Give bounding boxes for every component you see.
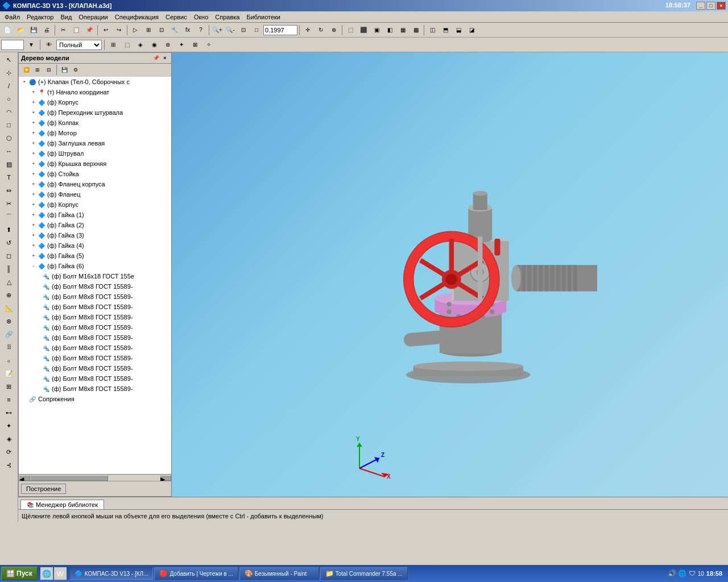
expand-2[interactable]: + <box>30 99 37 106</box>
build-button[interactable]: Построение <box>21 484 66 494</box>
tree-tb-expand[interactable]: ⊞ <box>32 65 43 74</box>
expand-14[interactable]: + <box>30 222 37 228</box>
tree-close-btn[interactable]: × <box>161 54 169 62</box>
left-tb-extra4[interactable]: ✦ <box>3 419 15 432</box>
task-add[interactable]: 🔴 Добавить | Чертежи в ... <box>154 567 238 580</box>
tb-open[interactable]: 📂 <box>14 24 27 36</box>
tb-copy[interactable]: 📋 <box>70 24 82 36</box>
tree-item-mates[interactable]: 🔗 Сопряжения <box>19 394 171 404</box>
quicklaunch-ie[interactable]: 🌐 <box>40 567 53 580</box>
tb-pan[interactable]: ✛ <box>301 24 314 36</box>
tb2-b7[interactable]: ⊠ <box>189 39 201 51</box>
menu-libraries[interactable]: Библиотеки <box>243 13 284 22</box>
scale-input[interactable]: 1.0 <box>1 40 24 50</box>
tb-b3[interactable]: ⊡ <box>155 24 168 36</box>
scrollbar-track[interactable] <box>30 475 160 481</box>
menu-spec[interactable]: Спецификация <box>111 13 162 22</box>
tb-r2[interactable]: ⬒ <box>439 24 452 36</box>
left-tb-fillet[interactable]: ⌒ <box>3 210 15 223</box>
tree-item-22[interactable]: 🔩 (ф) Болт М8х8 ГОСТ 15589- <box>19 302 171 312</box>
left-tb-mirror[interactable]: ⇔ <box>3 184 15 197</box>
tree-item-26[interactable]: 🔩 (ф) Болт М8х8 ГОСТ 15589- <box>19 343 171 353</box>
left-tb-extrude[interactable]: ⬆ <box>3 223 15 236</box>
left-tb-revolve[interactable]: ↺ <box>3 236 15 249</box>
left-tb-circle[interactable]: ○ <box>3 93 15 105</box>
left-tb-poly[interactable]: ⬡ <box>3 132 15 144</box>
tb-r3[interactable]: ⬓ <box>452 24 465 36</box>
left-tb-extra3[interactable]: ⊷ <box>3 406 15 419</box>
tree-item-21[interactable]: 🔩 (ф) Болт М8х8 ГОСТ 15589- <box>19 292 171 302</box>
tb-v6[interactable]: ▩ <box>410 24 422 36</box>
left-tb-select[interactable]: ⊹ <box>3 66 15 79</box>
tree-item-29[interactable]: 🔩 (ф) Болт М8х8 ГОСТ 15589- <box>19 373 171 384</box>
tree-item-9[interactable]: + 🔷 (ф) Стойка <box>19 169 171 179</box>
tree-item-27[interactable]: 🔩 (ф) Болт М8х8 ГОСТ 15589- <box>19 353 171 363</box>
tree-item-4[interactable]: + 🔷 (ф) Колпак <box>19 118 171 128</box>
task-totalcmd[interactable]: 📁 Total Commander 7.55a ... <box>320 567 408 580</box>
tb-v4[interactable]: ◧ <box>383 24 396 36</box>
left-tb-extra2[interactable]: ≡ <box>3 393 15 406</box>
expand-11[interactable]: + <box>30 191 37 198</box>
tree-item-6[interactable]: + 🔷 (ф) Заглушка левая <box>19 138 171 148</box>
expand-6[interactable]: + <box>30 140 37 147</box>
tree-item-3[interactable]: + 🔷 (ф) Переходник штурвала <box>19 107 171 118</box>
tb-paste[interactable]: 📌 <box>83 24 96 36</box>
left-tb-bool[interactable]: ⊕ <box>3 289 15 301</box>
expand-18[interactable]: - <box>30 263 37 269</box>
left-tb-arr[interactable]: ⠿ <box>3 341 15 354</box>
left-tb-note[interactable]: 📝 <box>3 367 15 380</box>
tb2-b8[interactable]: ✧ <box>202 39 215 51</box>
tb-v3[interactable]: ▣ <box>370 24 383 36</box>
expand-15[interactable]: + <box>30 232 37 239</box>
left-tb-rib[interactable]: ║ <box>3 263 15 275</box>
tree-item-8[interactable]: + 🔷 (ф) Крышка верхняя <box>19 159 171 169</box>
menu-window[interactable]: Окно <box>191 13 212 22</box>
tree-tb-settings[interactable]: ⚙ <box>71 65 81 74</box>
left-tb-section[interactable]: ⊗ <box>3 315 15 327</box>
expand-12[interactable]: + <box>30 201 37 208</box>
expand-0[interactable]: + <box>21 78 28 85</box>
left-tb-extra6[interactable]: ⟳ <box>3 446 15 458</box>
tb2-b2[interactable]: ⬚ <box>121 39 133 51</box>
menu-operations[interactable]: Операции <box>75 13 111 22</box>
tree-item-12[interactable]: + 🔷 (ф) Корпус <box>19 199 171 210</box>
tb-b2[interactable]: ⊞ <box>142 24 155 36</box>
viewport-3d[interactable]: X Y Z <box>172 52 728 497</box>
menu-service[interactable]: Сервис <box>162 13 191 22</box>
tree-item-0[interactable]: + 🔵 (+) Клапан (Тел-0, Сборочных с <box>19 77 171 87</box>
maximize-button[interactable]: □ <box>706 2 715 10</box>
scrollbar-thumb[interactable] <box>30 475 108 481</box>
expand-7[interactable]: + <box>30 150 37 157</box>
tree-item-18[interactable]: - 🔷 (ф) Гайка (6) <box>19 261 171 271</box>
tree-item-19[interactable]: 🔩 (ф) Болт М16х18 ГОСТ 155е <box>19 271 171 281</box>
view-mode-select[interactable]: Полный <box>56 40 102 50</box>
expand-5[interactable]: + <box>30 130 37 136</box>
tree-item-1[interactable]: + 📍 (т) Начало координат <box>19 87 171 97</box>
tb2-b5[interactable]: ⊛ <box>162 39 174 51</box>
menu-view[interactable]: Вид <box>57 13 75 22</box>
menu-edit[interactable]: Редактор <box>23 13 57 22</box>
tree-item-10[interactable]: + 🔷 (ф) Фланец корпуса <box>19 179 171 189</box>
expand-4[interactable]: + <box>30 119 37 126</box>
tb-rotate[interactable]: ↻ <box>315 24 327 36</box>
scale-btn[interactable]: ▼ <box>25 39 38 51</box>
expand-10[interactable]: + <box>30 181 37 188</box>
tb-b4[interactable]: 🔧 <box>168 24 181 36</box>
tb-zoom-fit[interactable]: ⊡ <box>237 24 250 36</box>
tb-zoom-in[interactable]: 🔍+ <box>211 24 224 36</box>
tree-tb-save[interactable]: 💾 <box>59 65 69 74</box>
left-tb-text[interactable]: T <box>3 171 15 184</box>
tree-item-7[interactable]: + 🔷 (ф) Штрувал <box>19 148 171 159</box>
tree-item-15[interactable]: + 🔷 (ф) Гайка (3) <box>19 230 171 240</box>
left-tb-extra7[interactable]: ⊰ <box>3 459 15 471</box>
expand-16[interactable]: + <box>30 242 37 249</box>
tree-scrollbar-h[interactable]: ◀ ▶ <box>19 474 171 481</box>
tb-v1[interactable]: ⬚ <box>344 24 357 36</box>
tree-item-11[interactable]: + 🔷 (ф) Фланец <box>19 189 171 199</box>
tree-item-5[interactable]: + 🔷 (ф) Мотор <box>19 128 171 138</box>
expand-mates[interactable] <box>21 396 28 402</box>
tree-item-28[interactable]: 🔩 (ф) Болт М8х8 ГОСТ 15589- <box>19 363 171 373</box>
left-tb-cursor[interactable]: ↖ <box>3 53 15 66</box>
left-tb-shell[interactable]: ◻ <box>3 250 15 262</box>
tb-orbit[interactable]: ⊕ <box>328 24 340 36</box>
